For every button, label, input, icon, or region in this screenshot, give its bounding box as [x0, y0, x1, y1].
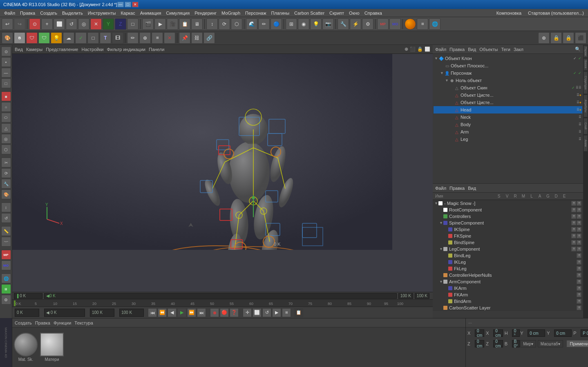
menu-tools[interactable]: Инструменты [85, 10, 118, 16]
goto-start[interactable]: ⏮ [148, 308, 157, 317]
obj-file[interactable]: Файл [435, 186, 446, 191]
check-btn[interactable]: ✓ [75, 32, 87, 44]
obj-ikspine[interactable]: IKSpine ⠿ ⠿ [433, 226, 583, 233]
tool-measure[interactable]: 📏 [1, 226, 11, 236]
tree-item-cyl1[interactable]: △ Объект Цисте... ⠿ ● [434, 91, 582, 99]
view-icon4[interactable]: ⬛ [575, 32, 586, 44]
field[interactable]: ⚡ [350, 18, 361, 30]
menu-create[interactable]: Создать [38, 10, 60, 16]
scene-tags[interactable]: Теги [501, 47, 510, 52]
obj-edit[interactable]: Правка [449, 186, 465, 191]
tree-item-plane[interactable]: ▭ Объект Плоскос... [434, 62, 582, 69]
world-dropdown[interactable]: Мир ▾ [520, 340, 536, 347]
brush-tool[interactable]: 🔵 [271, 18, 282, 30]
z-size-field[interactable]: 0 cm [493, 340, 503, 347]
render-region[interactable]: 🎬 [142, 18, 154, 30]
vp-icon3[interactable]: 🔒 [417, 47, 423, 52]
material-ball-1[interactable] [14, 333, 38, 356]
tool-figure[interactable]: ⬡ [1, 145, 11, 154]
maxframe-input[interactable]: 100 K [119, 309, 144, 317]
obj-bindleg[interactable]: BindLeg ⠿ [433, 252, 583, 259]
checkerboard[interactable]: ⊞ [417, 18, 428, 30]
chain-btn[interactable]: ⛓ [191, 32, 203, 44]
tool-globe[interactable]: 🌐 [1, 274, 11, 283]
globe[interactable]: 🌐 [429, 18, 440, 30]
tool-sphere[interactable]: ○ [1, 102, 11, 112]
generator[interactable]: ⚙ [362, 18, 373, 30]
menu-skeleton[interactable]: Каркас [118, 10, 137, 16]
select-tool[interactable]: ⊙ [29, 18, 40, 30]
vp-icon4[interactable]: ⬜ [425, 47, 430, 52]
layout-selector[interactable]: Компоновка [494, 10, 524, 16]
tool-cone[interactable]: △ [1, 123, 11, 133]
tree-item-arm[interactable]: △ Arm ⠿ [434, 128, 582, 136]
menu-character[interactable]: Персонаж [243, 10, 268, 16]
texture-btn[interactable]: B [14, 32, 25, 44]
tree-item-cyl2[interactable]: △ Объект Цисте... ⠿ ● [434, 99, 582, 106]
obj-spine[interactable]: ▼ SpineComponent ⠿ ⠿ [433, 220, 583, 226]
deformer[interactable]: 🔧 [338, 18, 349, 30]
mat-edit[interactable]: Правка [35, 320, 50, 325]
endframe-input[interactable]: 100 K [90, 309, 114, 317]
p-field[interactable]: P 0° [581, 329, 588, 337]
tool-move[interactable]: ↕ [1, 202, 11, 212]
current-time-field[interactable]: 100 K [415, 293, 429, 299]
light[interactable]: 💡 [310, 18, 322, 30]
tool-point[interactable]: • [1, 57, 11, 67]
tool-grid[interactable]: ⊞ [1, 284, 11, 294]
tool-mo[interactable]: MO [1, 260, 11, 270]
vp-panels[interactable]: Панели [149, 47, 164, 52]
vp-icon2[interactable]: ⬛ [410, 47, 416, 52]
scene-edit[interactable]: Правка [449, 47, 465, 52]
snap3-btn[interactable]: 🔗 [203, 32, 215, 44]
y-pos-field[interactable]: 0 cm [528, 329, 545, 337]
tool-rotate[interactable]: ↺ [1, 213, 11, 223]
menu-file[interactable]: Файл [2, 10, 18, 16]
tree-item-leg[interactable]: △ Leg ⠿ [434, 136, 582, 143]
minimize-button[interactable]: — [117, 2, 124, 7]
maximize-button[interactable]: □ [125, 2, 131, 7]
timecode-input[interactable]: ◀ 0 K [44, 309, 85, 317]
obj-ikarm[interactable]: IKArm ⠿ [433, 285, 583, 291]
render-settings[interactable]: 🎥 [167, 18, 178, 30]
close2-btn[interactable]: ✕ [164, 32, 175, 44]
menu-render[interactable]: Рендеринг [192, 10, 219, 16]
scale-tool[interactable]: ◎ [78, 18, 89, 30]
obj-carbonscatter[interactable]: CarbonScatter Layer ⠿ [433, 305, 583, 311]
tree-item-head[interactable]: △ Head ⠿ ● [434, 106, 582, 113]
render-view[interactable]: ▶ [154, 18, 166, 30]
play-forward[interactable]: ▶ [177, 308, 186, 317]
frame-input[interactable]: 0 K [15, 309, 39, 317]
menu-animation[interactable]: Анимация [138, 10, 164, 16]
scene-view[interactable]: Вид [468, 47, 476, 52]
mat-functions[interactable]: Функции [54, 320, 71, 325]
step-forward[interactable]: ⏩ [187, 308, 196, 317]
view-icon2[interactable]: 🔒 [550, 32, 562, 44]
tab-layer[interactable]: Слой [584, 118, 588, 134]
rect-tool[interactable]: □ [127, 18, 139, 30]
tab-attrib[interactable]: Атрибуты [584, 95, 588, 117]
mp-btn[interactable]: MP [377, 18, 389, 30]
menu-plugins[interactable]: Плагины [269, 10, 292, 16]
tool-torus[interactable]: ◎ [1, 134, 11, 144]
move-tool[interactable]: ⬜ [54, 18, 65, 30]
rotate-tool[interactable]: ↺ [66, 18, 77, 30]
obj-leg[interactable]: ▼ LegComponent ⠿ ⠿ [433, 246, 583, 252]
tool-poly[interactable]: □ [1, 78, 11, 88]
t-btn[interactable]: T [100, 32, 111, 44]
tool-cube[interactable]: ■ [1, 91, 11, 101]
film-btn[interactable]: 🎞 [112, 32, 123, 44]
menu-simulation[interactable]: Симуляция [163, 10, 192, 16]
vp-filter[interactable]: Фильтр индикации [107, 47, 145, 52]
tree-item-clone[interactable]: ▼ 🔷 Объект Клон ✓ ✓ [434, 55, 582, 62]
step-back[interactable]: ⏪ [158, 308, 167, 317]
view-icon1[interactable]: ⊕ [538, 32, 550, 44]
render-all[interactable]: 🖥 [191, 18, 203, 30]
obj-arm-comp[interactable]: ▼ ArmComponent ⠿ [433, 278, 583, 285]
play-back[interactable]: ◀ [168, 308, 177, 317]
cube-btn[interactable]: □ [87, 32, 99, 44]
obj-magic-snow[interactable]: ▼ - Magic Snow -] ⠿ ⠿ [433, 200, 583, 207]
scene-bookmarks[interactable]: Закл [514, 47, 523, 52]
end-frame-field[interactable]: 100 K [398, 293, 413, 299]
obj-controllers[interactable]: Controllers ⠿ ⠿ [433, 213, 583, 220]
